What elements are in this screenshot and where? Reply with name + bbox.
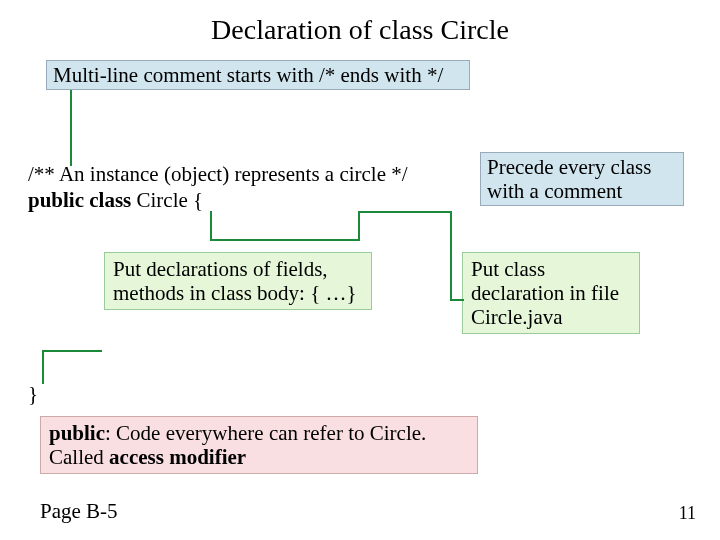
page-reference: Page B-5 [40,499,118,524]
code-class-decl: public class Circle { [28,188,203,212]
code-comment-line: /** An instance (object) represents a ci… [28,162,408,186]
connector [42,350,44,384]
callout-public-modifier: public: Code everywhere can refer to Cir… [40,416,478,474]
connector [42,350,102,352]
code-close-brace: } [28,382,38,406]
callout-file-name: Put class declaration in file Circle.jav… [462,252,640,334]
connector [210,211,212,241]
connector [70,90,72,166]
connector [210,239,360,241]
connector [450,211,452,301]
slide-title: Declaration of class Circle [0,14,720,46]
connector [358,211,452,213]
connector [358,211,360,241]
slide-number: 11 [679,503,696,524]
callout-class-body: Put declarations of fields, methods in c… [104,252,372,310]
callout-precede-comment: Precede every class with a comment [480,152,684,206]
connector [450,299,464,301]
callout-multiline-comment: Multi-line comment starts with /* ends w… [46,60,470,90]
